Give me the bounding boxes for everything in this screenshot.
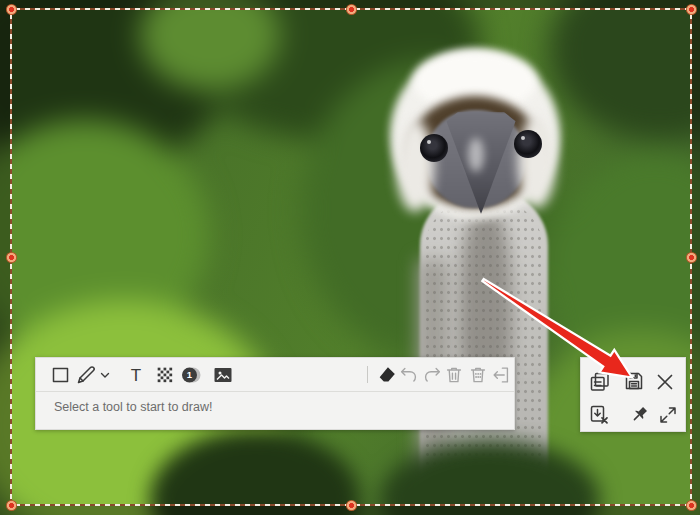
mosaic-tool-button[interactable] xyxy=(152,362,178,388)
pin-button[interactable] xyxy=(624,400,654,430)
close-button[interactable] xyxy=(650,367,680,397)
screenshot-capture-overlay: T 1 xyxy=(0,0,700,515)
text-icon: T xyxy=(131,367,141,384)
rectangle-icon xyxy=(49,363,73,387)
close-icon xyxy=(653,370,677,394)
capture-action-panel xyxy=(580,357,686,432)
exit-draw-button[interactable] xyxy=(488,362,514,388)
save-button[interactable] xyxy=(619,366,649,396)
selection-handle-bottom-right[interactable] xyxy=(686,500,697,511)
exit-icon xyxy=(490,364,512,386)
redo-icon xyxy=(421,364,443,386)
selection-handle-bottom-center[interactable] xyxy=(346,500,357,511)
number-badge-icon: 1 xyxy=(179,363,203,387)
toolbar-hint-message: Select a tool to start to draw! xyxy=(54,400,212,414)
toolbar-separator xyxy=(367,366,368,383)
pen-options-button[interactable] xyxy=(98,362,112,388)
image-stamp-tool-button[interactable] xyxy=(210,362,236,388)
image-icon xyxy=(211,363,235,387)
selection-handle-middle-left[interactable] xyxy=(6,252,17,263)
selection-handle-top-left[interactable] xyxy=(6,4,17,15)
text-tool-button[interactable]: T xyxy=(123,362,149,388)
fullscreen-button[interactable] xyxy=(653,400,683,430)
fullscreen-icon xyxy=(656,403,680,427)
toolbar-row-divider xyxy=(36,391,514,392)
copy-icon xyxy=(588,370,612,394)
selection-handle-middle-right[interactable] xyxy=(686,252,697,263)
pen-tool-button[interactable] xyxy=(73,362,99,388)
chevron-down-icon xyxy=(98,368,112,382)
selection-handle-bottom-left[interactable] xyxy=(6,500,17,511)
photo-foreground-leaves xyxy=(0,0,700,515)
selection-handle-top-right[interactable] xyxy=(686,4,697,15)
eraser-icon xyxy=(376,364,398,386)
cancel-scrolling-capture-button[interactable] xyxy=(584,400,614,430)
step-number-tool-button[interactable]: 1 xyxy=(178,362,204,388)
delete-button[interactable] xyxy=(441,362,467,388)
drawing-toolbar: T 1 xyxy=(35,357,515,430)
step-number-badge: 1 xyxy=(187,369,193,380)
copy-button[interactable] xyxy=(585,367,615,397)
mosaic-icon xyxy=(154,364,176,386)
scroll-capture-cancel-icon xyxy=(587,403,611,427)
pin-icon xyxy=(627,403,651,427)
undo-icon xyxy=(398,364,420,386)
selection-handle-top-center[interactable] xyxy=(346,4,357,15)
trash-icon xyxy=(443,364,465,386)
save-icon xyxy=(622,369,646,393)
rectangle-tool-button[interactable] xyxy=(48,362,74,388)
trash-all-icon xyxy=(467,364,489,386)
pen-icon xyxy=(74,363,98,387)
